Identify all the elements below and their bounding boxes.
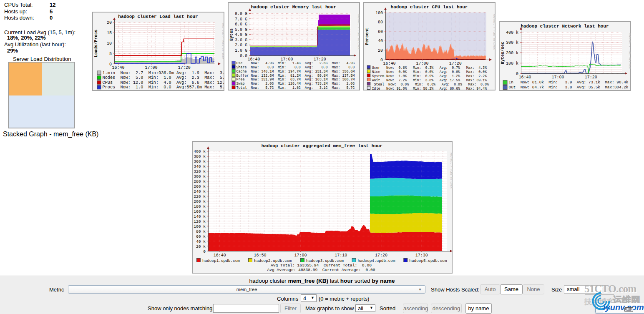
svg-text:260 k: 260 k	[194, 184, 206, 189]
svg-text:20 k: 20 k	[196, 244, 206, 249]
svg-text:16:40: 16:40	[248, 57, 260, 62]
svg-text:Share Now: 0.0 Min: 0.: Share Now: 0.0 Min: 0.0 Avg: 0.0 Max: 0.…	[236, 65, 355, 69]
svg-text:220 k: 220 k	[194, 194, 206, 199]
svg-text:Buffer Now: 132.6M Min: 81.2: Buffer Now: 132.6M Min: 81.2M Avg: 99.8M…	[236, 74, 355, 78]
svg-text:Steal Now: 0.0% Min: 0.0%: Steal Now: 0.0% Min: 0.0% Avg: 0.0% Max:…	[372, 83, 489, 86]
svg-text:280 k: 280 k	[194, 179, 206, 184]
svg-text:5.0 G: 5.0 G	[235, 28, 247, 32]
svg-text:16:40: 16:40	[519, 75, 531, 80]
svg-text:16:40: 16:40	[383, 61, 396, 66]
svg-text:Swap Now: 2.0G Min: 126.4: Swap Now: 2.0G Min: 126.4M Avg: 733.2M M…	[236, 82, 355, 85]
svg-text:0: 0	[380, 58, 383, 63]
svg-text:380 k: 380 k	[194, 154, 206, 159]
svg-text:Avg Total: 163355.94 Current: Avg Total: 163355.94 Current Total: 0.00	[271, 263, 372, 268]
svg-text:160 k: 160 k	[194, 209, 206, 214]
svg-text:RRDTOOL / TOBI OETIKER: RRDTOOL / TOBI OETIKER	[357, 14, 360, 50]
svg-text:Total Now: 5.7G Min: 1.8: Total Now: 5.7G Min: 1.8G Avg: 3.1G Max:…	[236, 86, 355, 90]
svg-text:hadoop1.updb.com: hadoop1.updb.com	[202, 259, 240, 263]
svg-text:17:20: 17:20	[178, 65, 191, 70]
svg-text:320 k: 320 k	[194, 169, 206, 174]
svg-text:5: 5	[109, 52, 112, 56]
svg-text:17:20: 17:20	[449, 61, 462, 66]
svg-text:400 k: 400 k	[194, 149, 206, 154]
svg-text:17:20: 17:20	[585, 75, 597, 80]
svg-text:360 k: 360 k	[194, 159, 206, 164]
svg-text:Percent: Percent	[365, 28, 370, 45]
svg-text:17:30: 17:30	[415, 253, 428, 258]
svg-text:10: 10	[107, 41, 112, 46]
svg-text:0: 0	[516, 72, 518, 76]
svg-text:Nice Now: 0.0% Min: 0.0%: Nice Now: 0.0% Min: 0.0% Avg: 0.0% Max: …	[372, 70, 487, 74]
svg-text:Nodes Now: 5.0 Min: 1.0 A: Nodes Now: 5.0 Min: 1.0 Avg: 2.3 Max: 5.…	[103, 75, 224, 80]
svg-text:17:00: 17:00	[294, 253, 307, 258]
svg-text:100 k: 100 k	[506, 61, 518, 66]
svg-text:Free Now: 351.9M Min: 63.7: Free Now: 351.9M Min: 63.7M Avg: 163.1M …	[236, 78, 355, 81]
svg-text:100: 100	[375, 11, 383, 15]
svg-text:hadoop5.updb.com: hadoop5.updb.com	[409, 259, 447, 263]
svg-text:hadoop3.updb.com: hadoop3.updb.com	[306, 259, 344, 263]
svg-text:40 k: 40 k	[196, 239, 206, 244]
svg-text:40: 40	[378, 39, 383, 43]
svg-text:4.0 G: 4.0 G	[235, 33, 247, 37]
svg-text:200 k: 200 k	[506, 51, 518, 55]
svg-text:hadoop cluster CPU last hour: hadoop cluster CPU last hour	[391, 5, 468, 10]
svg-text:3.0 G: 3.0 G	[235, 38, 247, 43]
svg-text:60: 60	[378, 30, 383, 34]
svg-text:hadoop cluster Network last ho: hadoop cluster Network last hour	[521, 24, 609, 29]
svg-text:Procs Now: 1.0 Min: 0.0 A: Procs Now: 1.0 Min: 0.0 Avg:557.8m Max: …	[103, 85, 224, 90]
svg-text:180 k: 180 k	[194, 204, 206, 209]
svg-text:240 k: 240 k	[194, 189, 206, 194]
svg-text:0: 0	[203, 249, 206, 254]
svg-text:340 k: 340 k	[194, 164, 206, 169]
svg-text:hadoop cluster aggregated mem_: hadoop cluster aggregated mem_free last …	[262, 143, 382, 148]
svg-text:Use Now: 4.9G Min: 1.4: Use Now: 4.9G Min: 1.4G Avg: 2.6G Max: 4…	[236, 61, 355, 65]
svg-text:1.0 G: 1.0 G	[235, 48, 247, 53]
svg-text:hadoop2.updb.com: hadoop2.updb.com	[254, 259, 292, 263]
svg-text:80 k: 80 k	[196, 229, 206, 234]
svg-text:17:00: 17:00	[416, 61, 429, 66]
svg-text:Cache Now: 348.1M Min: 194.7: Cache Now: 348.1M Min: 194.7M Avg: 251.5…	[236, 70, 355, 73]
svg-text:Wait Now: 7.2% Min: 3.8%: Wait Now: 7.2% Min: 3.8% Avg: 17.5% Max:…	[372, 78, 487, 82]
svg-text:hadoop4.updb.com: hadoop4.updb.com	[358, 259, 395, 263]
svg-text:120 k: 120 k	[194, 219, 206, 224]
svg-text:17:20: 17:20	[375, 253, 387, 258]
svg-text:20: 20	[107, 20, 112, 25]
svg-text:Loads/Procs: Loads/Procs	[94, 30, 98, 57]
svg-text:100 k: 100 k	[194, 224, 206, 229]
svg-text:System Now: 1.0% Min: 0.9%: System Now: 1.0% Min: 0.9% Avg: 1.2% Max…	[372, 74, 487, 78]
svg-text:Idle Now: 91.0% Min: 58.2%: Idle Now: 91.0% Min: 58.2% Avg: 80.6% Ma…	[372, 87, 487, 90]
svg-text:Bytes: Bytes	[229, 28, 234, 41]
svg-text:1-min Now: 2.7 Min:936.0m A: 1-min Now: 2.7 Min:936.0m Avg: 1.9 Max: …	[103, 71, 224, 75]
svg-text:17:00: 17:00	[552, 75, 564, 80]
svg-text:17:20: 17:20	[314, 57, 326, 62]
svg-text:300 k: 300 k	[194, 174, 206, 179]
svg-text:RRDTOOL / TOBI OETIKER: RRDTOOL / TOBI OETIKER	[221, 23, 224, 59]
svg-text:200 k: 200 k	[194, 199, 206, 204]
svg-text:7.0 G: 7.0 G	[235, 17, 247, 22]
svg-text:17:00: 17:00	[281, 57, 293, 62]
svg-text:17:10: 17:10	[335, 253, 347, 258]
svg-text:16:40: 16:40	[214, 253, 226, 258]
svg-text:140 k: 140 k	[194, 214, 206, 219]
svg-text:400 k: 400 k	[506, 30, 518, 35]
svg-text:16:40: 16:40	[112, 65, 125, 70]
svg-text:15: 15	[107, 31, 112, 35]
svg-text:User Now: 0.8% Min: 0.3%: User Now: 0.8% Min: 0.3% Avg: 0.7% Max: …	[372, 66, 487, 70]
svg-text:6.0 G: 6.0 G	[235, 22, 247, 27]
svg-text:8.0 G: 8.0 G	[235, 12, 247, 16]
svg-text:17:00: 17:00	[145, 65, 158, 70]
svg-text:Out Now: 84.7k Min: 3.8 A: Out Now: 84.7k Min: 3.8 Avg: 35.5k Max:3…	[509, 85, 629, 90]
svg-text:hadoop cluster Memory last hou: hadoop cluster Memory last hour	[251, 5, 337, 10]
svg-text:hadoop cluster Load last hour: hadoop cluster Load last hour	[118, 14, 198, 19]
svg-text:In Now: 81.0k Min: 3.9 A: In Now: 81.0k Min: 3.9 Avg: 73.1k Max: 9…	[509, 80, 629, 85]
svg-text:80: 80	[378, 20, 383, 25]
svg-text:RRDTOOL / TOBI OETIKER: RRDTOOL / TOBI OETIKER	[493, 14, 496, 50]
svg-text:RRDTOOL / TOBI OETIKER: RRDTOOL / TOBI OETIKER	[628, 33, 631, 69]
svg-text:0.0: 0.0	[240, 54, 247, 58]
svg-text:RRDTOOL / TOBI OETIKER: RRDTOOL / TOBI OETIKER	[450, 153, 453, 188]
svg-text:20: 20	[378, 48, 383, 53]
svg-text:Avg Average: 40838.99 Current: Avg Average: 40838.99 Current Average: 0…	[267, 268, 375, 272]
svg-text:CPUs Now: 12.0 Min: 4.0 A: CPUs Now: 12.0 Min: 4.0 Avg: 6.6 Max: 12…	[103, 80, 224, 85]
svg-text:2.0 G: 2.0 G	[235, 43, 247, 48]
svg-text:300 k: 300 k	[506, 40, 518, 45]
